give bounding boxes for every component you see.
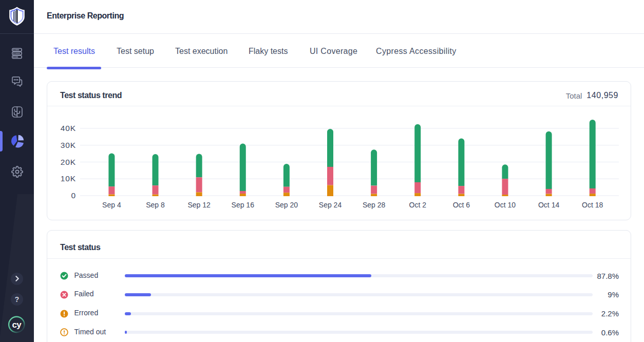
svg-text:Oct 2: Oct 2 (409, 201, 427, 209)
svg-text:30K: 30K (61, 141, 76, 149)
svg-text:10K: 10K (61, 174, 76, 183)
svg-text:40K: 40K (61, 124, 76, 132)
svg-text:Sep 20: Sep 20 (275, 201, 298, 209)
svg-text:20K: 20K (61, 158, 76, 166)
svg-text:Oct 14: Oct 14 (538, 201, 559, 209)
svg-text:Sep 12: Sep 12 (187, 201, 211, 209)
svg-text:Oct 6: Oct 6 (453, 201, 470, 209)
svg-text:Sep 24: Sep 24 (319, 201, 342, 209)
svg-text:Sep 8: Sep 8 (146, 201, 165, 209)
svg-text:Sep 28: Sep 28 (363, 201, 386, 209)
svg-text:y: y (16, 320, 22, 330)
svg-text:Sep 16: Sep 16 (232, 201, 255, 209)
svg-text:Oct 18: Oct 18 (582, 201, 603, 209)
svg-text:Oct 10: Oct 10 (495, 201, 516, 209)
svg-text:Sep 4: Sep 4 (102, 201, 121, 209)
svg-text:0: 0 (71, 191, 76, 200)
